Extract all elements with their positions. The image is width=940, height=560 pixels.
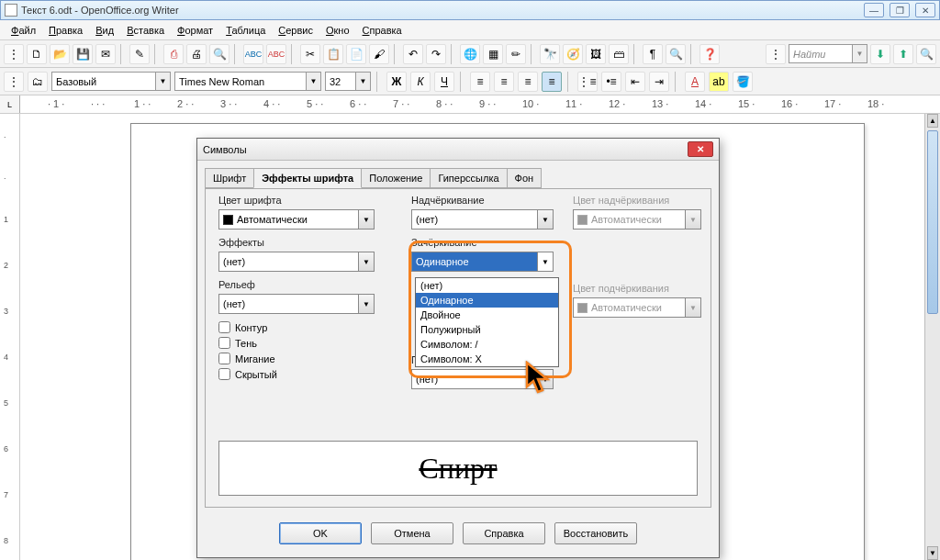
menu-edit[interactable]: Правка: [43, 23, 88, 38]
tab-font-effects[interactable]: Эффекты шрифта: [253, 168, 362, 188]
dropdown-icon[interactable]: ▼: [358, 210, 374, 229]
shadow-checkbox[interactable]: Тень: [218, 337, 402, 349]
blink-checkbox[interactable]: Мигание: [218, 353, 402, 364]
bullets-button[interactable]: •≡: [601, 72, 621, 92]
font-color-button[interactable]: A: [685, 72, 705, 92]
strike-option-double[interactable]: Двойное: [416, 308, 558, 322]
font-name-combo[interactable]: Times New Roman ▼: [174, 72, 321, 91]
strike-option-single[interactable]: Одинарное: [416, 293, 558, 308]
strike-dropdown-list[interactable]: (нет) Одинарное Двойное Полужирный Симво…: [415, 277, 559, 367]
spellcheck-button[interactable]: ABC: [243, 44, 263, 64]
ok-button[interactable]: OK: [279, 522, 362, 544]
tab-position[interactable]: Положение: [361, 168, 431, 188]
datasource-button[interactable]: 🗃: [609, 44, 629, 64]
reset-button[interactable]: Восстановить: [554, 522, 637, 544]
menu-table[interactable]: Таблица: [220, 23, 271, 38]
italic-button[interactable]: К: [410, 72, 431, 92]
find-button[interactable]: 🔭: [540, 44, 560, 64]
vertical-ruler[interactable]: · · 1 2 3 4 5 6 7 8: [0, 114, 20, 560]
autocheck-button[interactable]: ABC: [266, 44, 286, 64]
preview-button[interactable]: 🔍: [209, 44, 229, 64]
navigator-button[interactable]: 🧭: [563, 44, 583, 64]
nonprinting-button[interactable]: ¶: [643, 44, 663, 64]
paste-button[interactable]: 📄: [346, 44, 366, 64]
font-size-combo[interactable]: 32 ▼: [325, 72, 371, 91]
mail-button[interactable]: ✉: [95, 44, 116, 64]
close-button[interactable]: ✕: [915, 3, 935, 17]
help-button[interactable]: ❓: [699, 44, 720, 64]
paragraph-style-combo[interactable]: Базовый ▼: [51, 72, 171, 91]
dialog-titlebar[interactable]: Символы ✕: [197, 139, 719, 161]
indent-inc-button[interactable]: ⇥: [649, 72, 669, 92]
scroll-up-button[interactable]: ▲: [927, 114, 938, 128]
dropdown-icon[interactable]: ▼: [537, 252, 553, 271]
cancel-button[interactable]: Отмена: [371, 522, 453, 544]
strike-option-slash[interactable]: Символом: /: [416, 337, 558, 352]
find-dialog-button[interactable]: 🔍: [916, 44, 936, 64]
hidden-checkbox[interactable]: Скрытый: [218, 368, 402, 380]
align-right-button[interactable]: ≡: [518, 72, 538, 92]
strike-option-none[interactable]: (нет): [416, 278, 558, 293]
highlight-button[interactable]: ab: [709, 72, 729, 92]
maximize-button[interactable]: ❐: [890, 3, 910, 17]
overline-select[interactable]: (нет) ▼: [411, 209, 554, 230]
scroll-thumb[interactable]: [927, 130, 938, 314]
tab-font[interactable]: Шрифт: [205, 168, 254, 188]
dropdown-icon[interactable]: ▼: [537, 210, 553, 229]
relief-select[interactable]: (нет) ▼: [218, 294, 375, 314]
find-next-button[interactable]: ⬇: [870, 44, 890, 64]
ruler-scale[interactable]: · 1 ·· · ·1 · ·2 · ·3 · ·4 · ·5 · ·6 · ·…: [20, 95, 940, 113]
outline-checkbox[interactable]: Контур: [218, 321, 402, 333]
styles-button[interactable]: 🗂: [28, 72, 48, 92]
strike-option-bold[interactable]: Полужирный: [416, 322, 558, 337]
dropdown-icon[interactable]: ▼: [852, 45, 867, 62]
underline-button[interactable]: Ч: [434, 72, 454, 92]
numbering-button[interactable]: ⋮≡: [577, 72, 598, 92]
align-justify-button[interactable]: ≡: [542, 72, 562, 92]
dropdown-icon[interactable]: ▼: [537, 370, 553, 388]
hyperlink-button[interactable]: 🌐: [460, 44, 480, 64]
bg-color-button[interactable]: 🪣: [733, 72, 753, 92]
help-button[interactable]: Справка: [463, 522, 545, 544]
tab-background[interactable]: Фон: [507, 168, 543, 188]
dialog-close-button[interactable]: ✕: [688, 141, 713, 157]
menu-insert[interactable]: Вставка: [121, 23, 170, 38]
pdf-button[interactable]: ⎙: [163, 44, 184, 64]
menu-view[interactable]: Вид: [90, 23, 119, 38]
dropdown-icon[interactable]: ▼: [358, 295, 374, 313]
show-draw-button[interactable]: ✏: [506, 44, 526, 64]
open-button[interactable]: 📂: [50, 44, 70, 64]
strike-option-x[interactable]: Символом: X: [416, 352, 558, 366]
undo-button[interactable]: ↶: [403, 44, 423, 64]
font-color-select[interactable]: Автоматически ▼: [218, 209, 375, 230]
strike-select[interactable]: Одинарное ▼: [411, 252, 554, 272]
bold-button[interactable]: Ж: [386, 72, 407, 92]
dropdown-icon[interactable]: ▼: [306, 73, 320, 90]
find-prev-button[interactable]: ⬆: [893, 44, 913, 64]
dropdown-icon[interactable]: ▼: [155, 73, 170, 90]
menu-window[interactable]: Окно: [320, 23, 355, 38]
format-paint-button[interactable]: 🖌: [369, 44, 389, 64]
underline-select[interactable]: (нет) ▼: [411, 369, 554, 389]
menu-tools[interactable]: Сервис: [273, 23, 319, 38]
menu-help[interactable]: Справка: [357, 23, 408, 38]
effects-select[interactable]: (нет) ▼: [218, 252, 375, 272]
edit-button[interactable]: ✎: [129, 44, 150, 64]
menu-file[interactable]: Файл: [6, 23, 41, 38]
indent-dec-button[interactable]: ⇤: [625, 72, 645, 92]
find-input[interactable]: Найти ▼: [789, 44, 867, 63]
tab-hyperlink[interactable]: Гиперссылка: [430, 168, 507, 188]
save-button[interactable]: 💾: [73, 44, 93, 64]
table-button[interactable]: ▦: [483, 44, 503, 64]
menu-format[interactable]: Формат: [172, 23, 218, 38]
zoom-button[interactable]: 🔍: [666, 44, 686, 64]
scroll-down-button[interactable]: ▼: [927, 546, 938, 560]
dropdown-icon[interactable]: ▼: [355, 73, 370, 90]
redo-button[interactable]: ↷: [426, 44, 446, 64]
print-button[interactable]: 🖨: [186, 44, 207, 64]
align-left-button[interactable]: ≡: [470, 72, 490, 92]
align-center-button[interactable]: ≡: [494, 72, 514, 92]
dropdown-icon[interactable]: ▼: [358, 252, 374, 271]
gallery-button[interactable]: 🖼: [586, 44, 606, 64]
new-doc-button[interactable]: 🗋: [27, 44, 47, 64]
